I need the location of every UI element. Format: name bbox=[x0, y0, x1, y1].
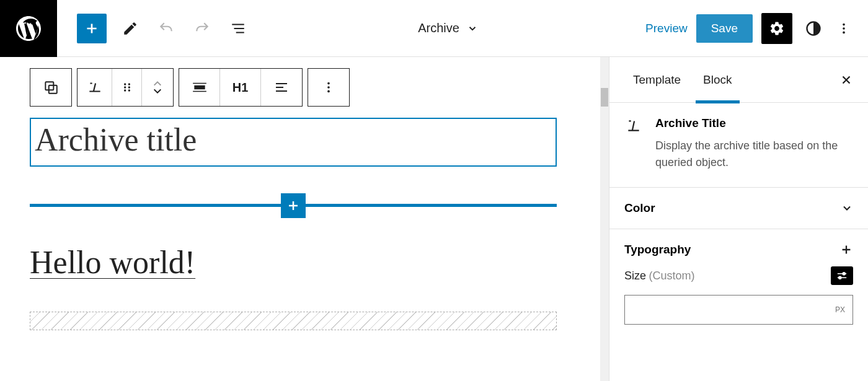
edit-tool-button[interactable] bbox=[118, 16, 143, 41]
editor-canvas[interactable]: H1 Archive title bbox=[0, 57, 609, 381]
heading-level-button[interactable]: H1 bbox=[220, 69, 261, 106]
color-panel-toggle[interactable]: Color bbox=[609, 188, 868, 229]
post-title-block[interactable]: Hello world! bbox=[30, 244, 579, 281]
svg-point-13 bbox=[327, 86, 330, 89]
add-block-button[interactable] bbox=[77, 14, 107, 43]
template-name[interactable]: Archive bbox=[418, 21, 459, 35]
size-settings-button[interactable] bbox=[831, 266, 853, 285]
svg-rect-4 bbox=[45, 82, 53, 90]
inline-add-block-button[interactable] bbox=[281, 193, 306, 218]
tab-template[interactable]: Template bbox=[622, 57, 692, 103]
archive-title-block[interactable]: Archive title bbox=[30, 118, 557, 167]
svg-point-14 bbox=[327, 90, 330, 93]
select-parent-button[interactable] bbox=[30, 69, 71, 106]
close-sidebar-button[interactable] bbox=[837, 71, 856, 89]
text-align-button[interactable] bbox=[261, 69, 302, 106]
svg-point-11 bbox=[128, 89, 130, 91]
size-label: Size bbox=[624, 269, 646, 282]
block-more-button[interactable] bbox=[308, 69, 349, 106]
chevron-down-icon[interactable] bbox=[467, 23, 478, 34]
more-options-button[interactable] bbox=[835, 16, 853, 41]
svg-point-3 bbox=[843, 31, 845, 33]
svg-point-2 bbox=[843, 27, 845, 30]
chevron-down-icon bbox=[841, 202, 853, 214]
svg-point-1 bbox=[843, 23, 845, 25]
block-toolbar: H1 bbox=[30, 68, 579, 107]
drag-handle[interactable] bbox=[112, 69, 142, 106]
svg-point-10 bbox=[124, 89, 126, 91]
placeholder-block[interactable] bbox=[30, 312, 557, 330]
svg-point-7 bbox=[128, 83, 130, 85]
svg-point-15 bbox=[843, 273, 845, 275]
svg-point-8 bbox=[124, 86, 126, 88]
preview-link[interactable]: Preview bbox=[645, 22, 688, 35]
typography-panel-header[interactable]: Typography bbox=[609, 229, 868, 263]
size-unit[interactable]: PX bbox=[835, 305, 845, 314]
redo-button[interactable] bbox=[190, 16, 215, 41]
size-input[interactable]: PX bbox=[624, 295, 853, 325]
svg-point-12 bbox=[327, 82, 330, 85]
block-inserter-line bbox=[30, 204, 557, 207]
list-view-button[interactable] bbox=[226, 16, 250, 41]
canvas-scrollbar[interactable] bbox=[600, 57, 609, 381]
svg-point-6 bbox=[124, 83, 126, 85]
plus-icon[interactable] bbox=[839, 243, 853, 256]
block-movers[interactable] bbox=[142, 69, 173, 106]
tab-block[interactable]: Block bbox=[692, 57, 743, 103]
archive-title-icon bbox=[624, 116, 643, 171]
svg-point-16 bbox=[839, 276, 841, 279]
settings-button[interactable] bbox=[761, 13, 792, 44]
wordpress-logo[interactable] bbox=[0, 0, 57, 57]
undo-button[interactable] bbox=[154, 16, 179, 41]
size-mode: (Custom) bbox=[649, 269, 694, 282]
svg-point-9 bbox=[128, 86, 130, 88]
archive-title-text: Archive title bbox=[35, 121, 551, 158]
settings-sidebar: Template Block Archive Title Display the… bbox=[609, 57, 868, 381]
save-button[interactable]: Save bbox=[696, 14, 753, 43]
block-type-button[interactable] bbox=[78, 69, 112, 106]
block-description: Display the archive title based on the q… bbox=[655, 138, 853, 171]
svg-rect-5 bbox=[49, 85, 57, 94]
align-button[interactable] bbox=[179, 69, 220, 106]
styles-button[interactable] bbox=[801, 16, 826, 41]
block-name-heading: Archive Title bbox=[655, 116, 853, 130]
